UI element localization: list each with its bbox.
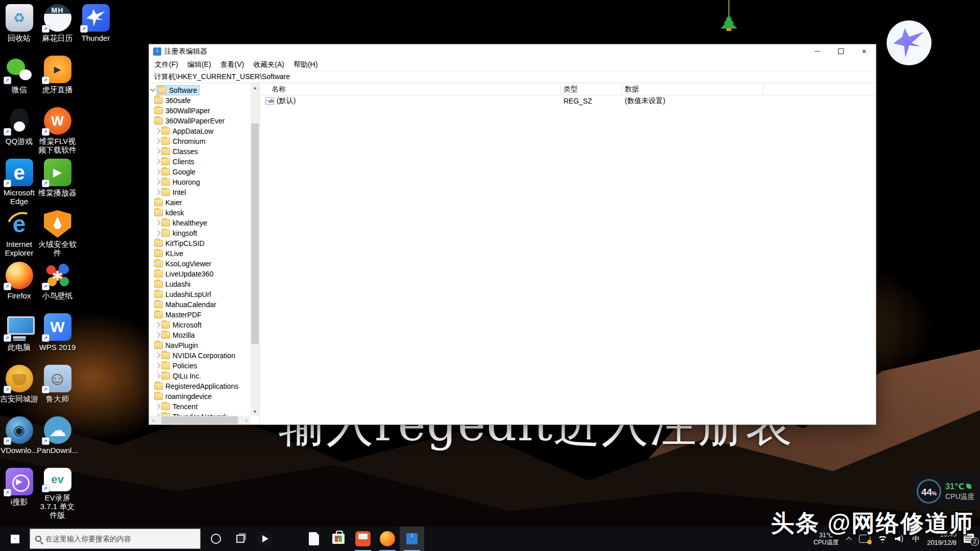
address-bar[interactable]: 计算机\HKEY_CURRENT_USER\Software xyxy=(149,71,876,83)
tree-item[interactable]: kingsoft xyxy=(149,228,251,238)
tree-item[interactable]: LudashiLspUrl xyxy=(149,289,251,299)
taskbar-app-button[interactable] xyxy=(253,527,277,551)
tree-item[interactable]: QiLu Inc. xyxy=(149,371,251,381)
desktop-icon[interactable]: ↗ 此电脑 xyxy=(0,313,38,365)
tree-item[interactable]: LiveUpdate360 xyxy=(149,269,251,279)
tree-item[interactable]: 360WallPaperEver xyxy=(149,116,251,126)
scrollbar-thumb[interactable] xyxy=(251,123,259,344)
tree-item[interactable]: KLive xyxy=(149,248,251,259)
expand-icon[interactable] xyxy=(154,372,161,380)
taskbar-app-button[interactable] xyxy=(302,527,326,551)
search-input[interactable] xyxy=(45,535,188,543)
tree-item[interactable]: MahuaCalendar xyxy=(149,299,251,310)
desktop-icon[interactable]: ▶ ↗ 维棠播放器 xyxy=(38,159,77,210)
taskbar-search[interactable] xyxy=(30,529,201,549)
tree-item[interactable]: Google xyxy=(149,167,251,177)
tree-item[interactable]: Intel xyxy=(149,187,251,197)
tree-item[interactable]: KitTipCLSID xyxy=(149,238,251,248)
tree-item[interactable]: RegisteredApplications xyxy=(149,381,251,391)
desktop-icon[interactable]: ∗ ↗ 小鸟壁纸 xyxy=(38,262,77,313)
taskbar-app-button[interactable] xyxy=(375,527,400,551)
tree-item[interactable]: roamingdevice xyxy=(149,391,251,402)
desktop-icon[interactable]: ↗ 微信 xyxy=(0,56,38,107)
scrollbar-thumb[interactable] xyxy=(161,416,238,424)
desktop-icon[interactable]: W ↗ 维棠FLV视频下载软件 xyxy=(38,107,77,159)
cpu-temp-widget[interactable]: 44% 31℃ CPU温度 xyxy=(913,474,980,508)
taskbar-app-button[interactable] xyxy=(326,527,351,551)
tree-item[interactable]: kdesk xyxy=(149,208,251,218)
menu-item[interactable]: 收藏夹(A) xyxy=(249,58,289,71)
desktop-icon[interactable]: ♻ ↗ 回收站 xyxy=(0,4,38,56)
tree-item[interactable]: Tencent xyxy=(149,402,251,412)
taskbar-app-button[interactable] xyxy=(351,527,375,551)
desktop-icon[interactable]: MH ↗ 麻花日历 xyxy=(38,4,77,56)
minimize-button[interactable] xyxy=(805,44,829,58)
tree-item[interactable]: Kaier xyxy=(149,197,251,208)
tree-item[interactable]: Clients xyxy=(149,157,251,167)
desktop-icon[interactable]: W ↗ WPS 2019 xyxy=(38,313,77,365)
tree-vertical-scrollbar[interactable]: ▲ ▼ xyxy=(251,83,259,416)
collapse-icon[interactable] xyxy=(149,87,156,94)
expand-icon[interactable] xyxy=(154,352,161,359)
expand-icon[interactable] xyxy=(154,362,161,369)
expand-icon[interactable] xyxy=(154,158,161,165)
desktop-icon[interactable]: ▶ ↗ i搜影 xyxy=(0,468,38,519)
desktop-icon[interactable]: ▶ ↗ 虎牙直播 xyxy=(38,56,77,107)
menu-item[interactable]: 编辑(E) xyxy=(183,58,216,71)
tree-item[interactable]: KsoLogViewer xyxy=(149,259,251,269)
expand-icon[interactable] xyxy=(154,219,161,227)
tree-item[interactable]: AppDataLow xyxy=(149,126,251,136)
menu-item[interactable]: 文件(F) xyxy=(150,58,183,71)
tree-item[interactable]: Huorong xyxy=(149,177,251,187)
expand-icon[interactable] xyxy=(154,128,161,135)
tree-item[interactable]: Ludashi xyxy=(149,279,251,289)
desktop-icon[interactable]: ☁ ↗ PanDownl... xyxy=(38,416,77,468)
tree-item[interactable]: Mozilla xyxy=(149,330,251,340)
tree-item[interactable]: Chromium xyxy=(149,136,251,146)
tree-item[interactable]: 360WallPaper xyxy=(149,106,251,116)
expand-icon[interactable] xyxy=(154,332,161,339)
desktop-icon[interactable]: ↗ Firefox xyxy=(0,262,38,313)
column-header-data[interactable]: 数据 xyxy=(625,83,639,95)
desktop-icon[interactable]: ↗ Thunder xyxy=(77,4,115,56)
expand-icon[interactable] xyxy=(154,138,161,145)
desktop-icon[interactable]: e ↗ Internet Explorer xyxy=(0,210,38,262)
scroll-left-icon[interactable]: ‹ xyxy=(149,416,158,424)
taskbar-app-button[interactable] xyxy=(277,527,302,551)
expand-icon[interactable] xyxy=(154,189,161,196)
desktop-icon[interactable]: ev ↗ EV录屏 3.7.1 单文件版 xyxy=(38,468,77,519)
close-button[interactable] xyxy=(852,44,876,58)
tree-item[interactable]: 360safe xyxy=(149,95,251,106)
tree-item[interactable]: Classes xyxy=(149,146,251,157)
tree-root-software[interactable]: Software xyxy=(149,85,200,95)
column-header-type[interactable]: 类型 xyxy=(564,83,578,95)
taskbar-app-button[interactable] xyxy=(228,527,253,551)
desktop-icon[interactable]: ◉ ↗ VDownlo... xyxy=(0,416,38,468)
taskbar-app-button[interactable] xyxy=(400,527,424,551)
scroll-up-icon[interactable]: ▲ xyxy=(251,83,259,92)
desktop-icon[interactable]: ↗ 吉安同城游 xyxy=(0,365,38,416)
desktop-icon[interactable]: ↗ 火绒安全软件 xyxy=(38,210,77,262)
title-bar[interactable]: 注册表编辑器 xyxy=(149,44,876,58)
desktop-icon[interactable]: ☺ ↗ 鲁大师 xyxy=(38,365,77,416)
expand-icon[interactable] xyxy=(154,179,161,186)
desktop-icon[interactable]: ↗ QQ游戏 xyxy=(0,107,38,159)
expand-icon[interactable] xyxy=(154,403,161,410)
tree-item[interactable]: NavPlugin xyxy=(149,340,251,350)
taskbar-app-button[interactable] xyxy=(204,527,228,551)
expand-icon[interactable] xyxy=(154,148,161,155)
column-header-name[interactable]: 名称 xyxy=(272,83,286,95)
thunder-floating-icon[interactable] xyxy=(887,20,932,65)
tree-item[interactable]: khealtheye xyxy=(149,218,251,228)
expand-icon[interactable] xyxy=(154,321,161,329)
scroll-down-icon[interactable]: ▼ xyxy=(251,407,259,416)
tree-item[interactable]: NVIDIA Corporation xyxy=(149,350,251,361)
tree-item[interactable]: MasterPDF xyxy=(149,310,251,320)
tree-item[interactable]: Microsoft xyxy=(149,320,251,330)
expand-icon[interactable] xyxy=(154,168,161,176)
desktop-icon[interactable]: e ↗ Microsoft Edge xyxy=(0,159,38,210)
scroll-right-icon[interactable]: › xyxy=(242,416,251,424)
tree-item[interactable]: Policies xyxy=(149,361,251,371)
expand-icon[interactable] xyxy=(154,230,161,237)
registry-value-row[interactable]: ab (默认) REG_SZ (数值未设置) xyxy=(260,95,876,107)
